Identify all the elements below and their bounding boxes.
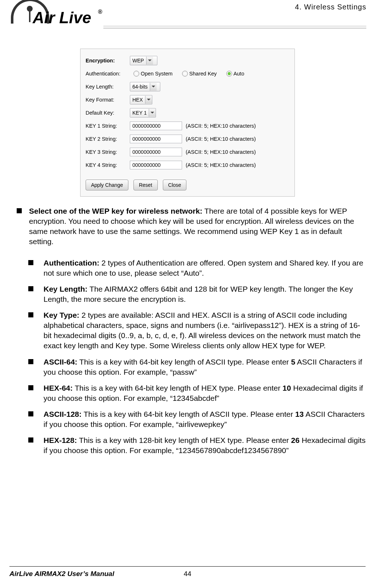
radio-icon — [182, 71, 188, 77]
encryption-select[interactable]: WEP — [130, 56, 157, 65]
radio-icon — [133, 71, 139, 77]
nested-bullet-bold: ASCII-64: — [44, 358, 77, 366]
key3-value: 0000000000 — [132, 149, 161, 155]
key-format-select[interactable]: HEX — [130, 95, 152, 104]
logo-antenna-icon — [27, 6, 33, 12]
auth-open-label: Open System — [141, 71, 173, 77]
key2-value: 0000000000 — [132, 136, 161, 142]
page-header: 4. Wireless Settings Air Live ® — [0, 0, 375, 35]
nested-bullet-number: 13 — [295, 410, 304, 418]
key4-value: 0000000000 — [132, 162, 161, 168]
nested-bullet-bold: Key Length: — [44, 285, 87, 293]
authentication-label: Authentication: — [86, 71, 130, 77]
key3-hint: (ASCII: 5; HEX:10 characters) — [186, 149, 256, 155]
nested-bullet: Authentication: 2 types of Authenticatio… — [24, 258, 366, 278]
key1-hint: (ASCII: 5; HEX:10 characters) — [186, 123, 256, 129]
close-button[interactable]: Close — [163, 180, 187, 190]
wep-settings-panel: Encryption: WEP Authentication: Open Sys… — [80, 49, 295, 197]
registered-icon: ® — [98, 9, 102, 15]
main-bullet-bold: Select one of the WEP key for wireless n… — [29, 207, 202, 215]
auth-auto-label: Auto — [234, 71, 244, 77]
main-bullet: Select one of the WEP key for wireless n… — [9, 206, 366, 247]
auth-open-option[interactable]: Open System — [133, 71, 173, 77]
key4-label: KEY 4 String: — [86, 162, 130, 168]
nested-bullet-list: Authentication: 2 types of Authenticatio… — [24, 258, 366, 456]
chevron-down-icon — [150, 83, 157, 91]
key-length-select[interactable]: 64-bits — [130, 82, 160, 91]
nested-bullet: ASCII-128: This is a key with 64-bit key… — [24, 409, 366, 429]
default-key-label: Default Key: — [86, 110, 130, 116]
key1-input[interactable]: 0000000000 — [130, 122, 182, 130]
key3-label: KEY 3 String: — [86, 149, 130, 155]
key2-hint: (ASCII: 5; HEX:10 characters) — [186, 136, 256, 142]
nested-bullet-bold: Authentication: — [44, 259, 99, 267]
body-content: Select one of the WEP key for wireless n… — [0, 206, 375, 456]
nested-bullet-text: This is a key with 64-bit key length of … — [73, 384, 283, 392]
nested-bullet: HEX-128: This is a key with 128-bit key … — [24, 435, 366, 456]
default-key-select[interactable]: KEY 1 — [130, 108, 156, 118]
chevron-down-icon — [145, 96, 152, 104]
chevron-down-icon — [149, 109, 156, 117]
radio-checked-icon — [226, 71, 232, 77]
footer-page-number: 44 — [0, 570, 375, 578]
nested-bullet-bold: ASCII-128: — [44, 410, 82, 418]
nested-bullet-number: 5 — [291, 358, 295, 366]
nested-bullet: Key Type: 2 types are available: ASCII a… — [24, 310, 366, 351]
footer-rule — [9, 566, 366, 567]
brand-text: Air Live — [33, 9, 91, 27]
page-footer: AirLive AIRMAX2 User’s Manual 44 — [0, 566, 375, 581]
nested-bullet-text: This is a key with 64-bit key length of … — [77, 358, 291, 366]
key3-input[interactable]: 0000000000 — [130, 148, 182, 156]
nested-bullet-text: This is a key with 128-bit key length of… — [77, 436, 291, 444]
nested-bullet: HEX-64: This is a key with 64-bit key le… — [24, 383, 366, 403]
default-key-value: KEY 1 — [130, 110, 149, 116]
nested-bullet-number: 10 — [283, 384, 291, 392]
nested-bullet-text: This is a key with 64-bit key length of … — [82, 410, 295, 418]
nested-bullet: Key Length: The AIRMAX2 offers 64bit and… — [24, 284, 366, 304]
nested-bullet-bold: HEX-128: — [44, 436, 77, 444]
header-rule — [103, 25, 366, 28]
key-length-label: Key Length: — [86, 84, 130, 90]
nested-bullet-text: The AIRMAX2 offers 64bit and 128 bit for… — [44, 285, 353, 303]
encryption-value: WEP — [130, 58, 146, 63]
nested-bullet-number: 26 — [291, 436, 299, 444]
auth-shared-label: Shared Key — [189, 71, 217, 77]
key4-input[interactable]: 0000000000 — [130, 161, 182, 169]
key2-input[interactable]: 0000000000 — [130, 135, 182, 143]
chapter-title: 4. Wireless Settings — [295, 3, 366, 11]
key4-hint: (ASCII: 5; HEX:10 characters) — [186, 162, 256, 168]
chevron-down-icon — [146, 57, 153, 65]
reset-button[interactable]: Reset — [133, 180, 158, 190]
nested-bullet: ASCII-64: This is a key with 64-bit key … — [24, 357, 366, 377]
auth-shared-option[interactable]: Shared Key — [182, 71, 217, 77]
encryption-label: Encryption: — [86, 58, 130, 63]
key-format-value: HEX — [130, 97, 145, 103]
nested-bullet-bold: HEX-64: — [44, 384, 73, 392]
key1-value: 0000000000 — [132, 123, 161, 129]
key-format-label: Key Format: — [86, 97, 130, 103]
nested-bullet-bold: Key Type: — [44, 311, 79, 319]
key2-label: KEY 2 String: — [86, 136, 130, 142]
auth-auto-option[interactable]: Auto — [226, 71, 244, 77]
key-length-value: 64-bits — [130, 84, 150, 90]
brand-logo: Air Live ® — [9, 2, 102, 32]
key1-label: KEY 1 String: — [86, 123, 130, 129]
nested-bullet-text: 2 types are available: ASCII and HEX. AS… — [44, 311, 360, 350]
apply-change-button[interactable]: Apply Change — [86, 180, 128, 190]
